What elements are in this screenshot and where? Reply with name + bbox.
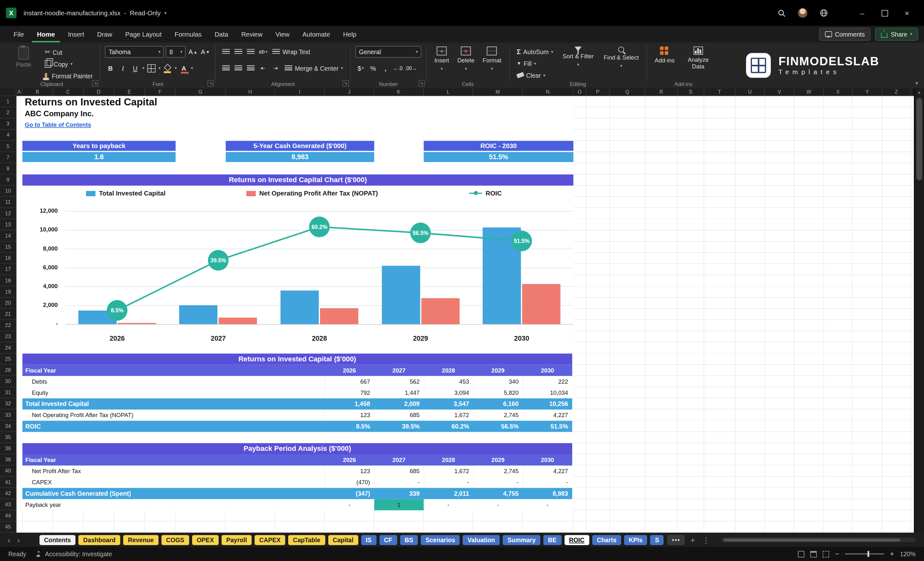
increase-decimal-button[interactable]: ←.0 — [393, 62, 403, 74]
sheet-tab-captable[interactable]: CapTable — [288, 535, 325, 545]
format-cells-button[interactable]: Format▾ — [480, 45, 504, 73]
number-dialog-launcher[interactable]: ↘ — [418, 80, 425, 87]
row-header-41[interactable]: 41 — [0, 477, 16, 488]
row-header-16[interactable]: 16 — [0, 253, 16, 264]
clear-button[interactable]: Clear▾ — [514, 69, 555, 81]
sheet-nav-right[interactable]: › — [16, 535, 22, 545]
orientation-button[interactable]: ab▾ — [258, 46, 268, 58]
row-header-24[interactable]: 24 — [0, 342, 16, 353]
search-icon[interactable] — [777, 8, 786, 18]
row-header-40[interactable]: 40 — [0, 465, 16, 477]
merge-center-button[interactable]: Merge & Center▾ — [282, 63, 345, 74]
sheet-tab-overflow[interactable]: ••• — [668, 535, 685, 545]
row-header-35[interactable]: 35 — [0, 432, 16, 443]
row-header-28[interactable]: 28 — [0, 365, 16, 376]
column-header-I[interactable]: I — [275, 88, 324, 96]
column-header-Z[interactable]: Z — [882, 88, 911, 96]
column-header-M[interactable]: M — [473, 88, 522, 96]
sheet-tab-bs[interactable]: BS — [400, 535, 418, 545]
row-header-3[interactable]: 3 — [0, 118, 16, 130]
title-caret-icon[interactable]: ▾ — [164, 10, 166, 16]
column-header-Y[interactable]: Y — [853, 88, 882, 96]
ribbon-collapse-chevron[interactable]: ▾ — [915, 80, 918, 86]
decrease-indent-button[interactable]: ⇤ — [258, 62, 268, 74]
align-center-button[interactable] — [233, 62, 244, 74]
sheet-tab-valuation[interactable]: Valuation — [463, 535, 500, 545]
column-header-H[interactable]: H — [226, 88, 275, 96]
column-header-C[interactable]: C — [53, 88, 84, 96]
column-header-B[interactable]: B — [22, 88, 53, 96]
sheet-tab-cf[interactable]: CF — [379, 535, 397, 545]
row-header-20[interactable]: 20 — [0, 298, 16, 309]
sheet-tab-s[interactable]: S — [650, 535, 664, 545]
delete-cells-button[interactable]: ×Delete▾ — [454, 45, 477, 73]
table-of-contents-link[interactable]: Go to Table of Contents — [25, 121, 91, 128]
sheet-tab-scenarios[interactable]: Scenarios — [421, 535, 460, 545]
menu-tab-home[interactable]: Home — [32, 26, 60, 42]
column-header-K[interactable]: K — [374, 88, 423, 96]
column-header-R[interactable]: R — [645, 88, 678, 96]
column-header-W[interactable]: W — [794, 88, 824, 96]
bold-button[interactable]: B — [105, 62, 116, 74]
sort-filter-button[interactable]: Sort & Filter▾ — [560, 45, 597, 69]
italic-button[interactable]: I — [117, 62, 128, 74]
menu-tab-formulas[interactable]: Formulas — [170, 26, 207, 42]
column-header-Q[interactable]: Q — [610, 88, 645, 96]
accessibility-status[interactable]: Accessibility: Investigate — [36, 550, 112, 558]
sheet-tab-opex[interactable]: OPEX — [192, 535, 219, 545]
sheet-tab-roic[interactable]: ROIC — [564, 535, 589, 545]
row-header-22[interactable]: 22 — [0, 320, 16, 331]
zoom-slider[interactable] — [845, 554, 884, 555]
comma-style-button[interactable]: , — [380, 62, 391, 74]
sheet-menu-button[interactable]: ⋮ — [700, 535, 712, 545]
horizontal-scrollbar-thumb[interactable] — [724, 538, 900, 541]
maximize-button[interactable] — [873, 0, 896, 26]
column-header-S[interactable]: S — [678, 88, 704, 96]
column-header-X[interactable]: X — [824, 88, 853, 96]
close-button[interactable]: × — [896, 0, 918, 26]
decrease-decimal-button[interactable]: .00→ — [405, 62, 417, 74]
globe-icon[interactable] — [819, 8, 829, 18]
menu-tab-help[interactable]: Help — [338, 26, 362, 42]
menu-tab-automate[interactable]: Automate — [297, 26, 335, 42]
row-header-9[interactable]: 9 — [0, 174, 16, 186]
percent-style-button[interactable]: % — [368, 62, 378, 74]
row-header-15[interactable]: 15 — [0, 242, 16, 253]
row-header-2[interactable]: 2 — [0, 107, 16, 118]
fill-button[interactable]: ▼Fill▾ — [514, 58, 555, 69]
clipboard-dialog-launcher[interactable]: ↘ — [92, 80, 99, 87]
column-header-D[interactable]: D — [84, 88, 114, 96]
sheet-tab-payroll[interactable]: Payroll — [222, 535, 252, 545]
row-header-17[interactable]: 17 — [0, 264, 16, 275]
font-name-select[interactable]: Tahoma▾ — [105, 46, 164, 58]
sheet-tab-capital[interactable]: Capital — [328, 535, 358, 545]
sheet-tab-revenue[interactable]: Revenue — [123, 535, 159, 545]
zoom-level[interactable]: 120% — [900, 550, 916, 558]
row-header-38[interactable]: 38 — [0, 454, 16, 465]
menu-tab-view[interactable]: View — [270, 26, 294, 42]
avatar[interactable] — [798, 8, 807, 18]
share-button[interactable]: Share ▾ — [875, 28, 918, 41]
increase-font-button[interactable]: A▲ — [188, 46, 198, 58]
row-header-32[interactable]: 32 — [0, 398, 16, 410]
sheet-tab-cogs[interactable]: COGS — [161, 535, 189, 545]
row-header-45[interactable]: 45 — [0, 522, 16, 532]
align-middle-button[interactable] — [233, 46, 244, 58]
row-header-42[interactable]: 42 — [0, 488, 16, 499]
font-size-select[interactable]: 8▾ — [166, 46, 186, 58]
minimize-button[interactable]: – — [851, 0, 873, 26]
row-header-30[interactable]: 30 — [0, 376, 16, 387]
column-header-J[interactable]: J — [325, 88, 374, 96]
alignment-dialog-launcher[interactable]: ↘ — [342, 80, 349, 87]
row-header-10[interactable]: 10 — [0, 186, 16, 197]
column-header-A[interactable]: A — [16, 88, 22, 96]
vertical-scrollbar-thumb[interactable] — [916, 98, 922, 180]
row-header-43[interactable]: 43 — [0, 499, 16, 510]
sheet-tab-summary[interactable]: Summary — [503, 535, 540, 545]
analyze-data-button[interactable]: Analyze Data — [681, 45, 715, 71]
row-header-12[interactable]: 12 — [0, 208, 16, 219]
sheet-tab-dashboard[interactable]: Dashboard — [79, 535, 120, 545]
paste-button[interactable]: Paste — [8, 45, 39, 69]
column-header-V[interactable]: V — [765, 88, 794, 96]
row-header-44[interactable]: 44 — [0, 510, 16, 522]
